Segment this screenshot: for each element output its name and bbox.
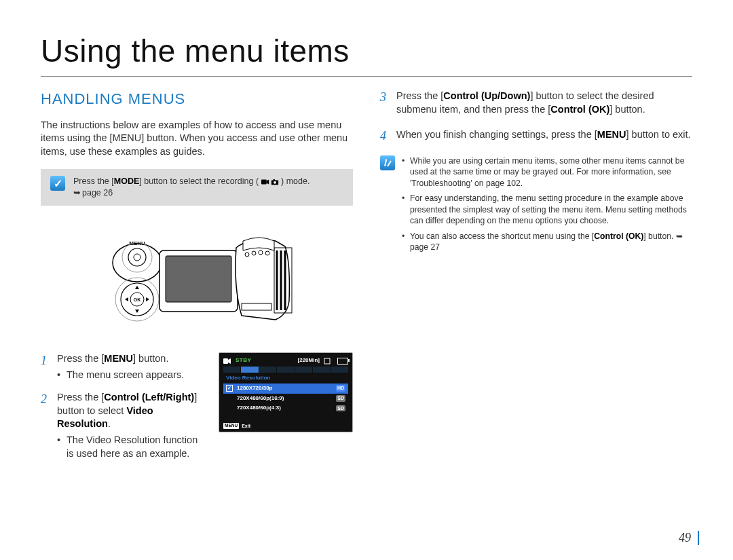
step-2: Press the [Control (Left/Right)] button …	[41, 391, 206, 460]
svg-point-2	[274, 181, 276, 184]
resolution-row: 720X480/60p(16:9) SD	[223, 394, 348, 404]
battery-icon	[337, 358, 348, 365]
page-ref-arrow-icon: ➥	[73, 187, 81, 199]
ok-label: OK	[134, 297, 141, 302]
mode-note-text: Press the [MODE] button to select the re…	[73, 176, 309, 199]
intro-text: The instructions below are examples of h…	[41, 119, 353, 159]
section-heading: HANDLING MENUS	[41, 89, 353, 109]
step-3: 3 Press the [Control (Up/Down)] button t…	[380, 89, 692, 117]
step-1: Press the [MENU] button. The menu screen…	[41, 352, 206, 381]
resolution-row: 720X480/60p(4:3) SD	[223, 403, 348, 413]
exit-hint: MENU Exit	[223, 423, 250, 429]
info-note-item: You can also access the shortcut menu us…	[402, 231, 692, 253]
lcd-screenshot: STBY [220Min] Video Resolution ✓ 1280X72…	[219, 352, 353, 432]
stby-indicator: STBY	[236, 357, 251, 365]
video-mode-icon	[261, 179, 269, 185]
svg-rect-3	[273, 180, 275, 181]
info-note-box: While you are using certain menu items, …	[380, 155, 692, 257]
right-column: 3 Press the [Control (Up/Down)] button t…	[380, 89, 692, 470]
mode-icons	[261, 179, 279, 185]
svg-rect-23	[324, 358, 330, 364]
left-column: HANDLING MENUS The instructions below ar…	[41, 89, 353, 470]
remaining-time: [220Min]	[298, 357, 320, 365]
svg-rect-22	[223, 358, 228, 364]
check-icon: ✓	[50, 176, 65, 191]
steps-list-left: Press the [MENU] button. The menu screen…	[41, 352, 206, 470]
page-number: 49	[679, 531, 699, 545]
photo-mode-icon	[271, 179, 279, 185]
video-mode-small-icon	[223, 358, 231, 365]
menu-heading: Video Resolution	[223, 373, 348, 384]
info-note-item: While you are using certain menu items, …	[402, 155, 692, 189]
step-4: 4 When you finish changing settings, pre…	[380, 128, 692, 145]
page-ref-arrow-icon: ➥	[676, 231, 683, 242]
resolution-row-selected: ✓ 1280X720/30p HD	[223, 384, 348, 394]
svg-point-6	[134, 254, 140, 261]
info-note-item: For easy understanding, the menu setting…	[402, 193, 692, 226]
card-icon	[324, 358, 331, 365]
mode-note-box: ✓ Press the [MODE] button to select the …	[41, 169, 353, 206]
svg-rect-0	[261, 180, 267, 185]
svg-rect-12	[166, 256, 231, 302]
menu-tabs	[223, 367, 348, 373]
check-small-icon: ✓	[226, 385, 233, 392]
page-title: Using the menu items	[41, 33, 692, 77]
steps-list-right: 3 Press the [Control (Up/Down)] button t…	[380, 89, 692, 145]
camcorder-illustration: MENU OK	[41, 218, 353, 340]
info-note-icon	[380, 155, 395, 170]
